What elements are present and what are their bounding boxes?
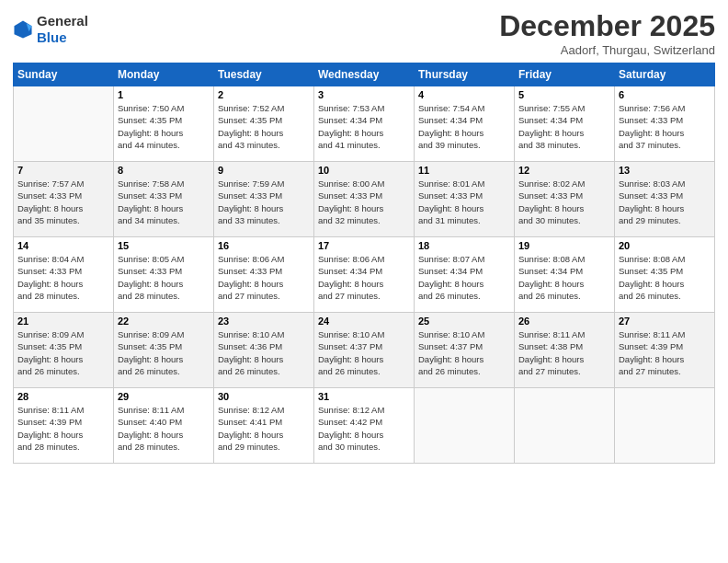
day-info: Sunrise: 8:07 AM Sunset: 4:34 PM Dayligh… bbox=[418, 253, 510, 302]
day-number: 4 bbox=[418, 89, 510, 100]
week-row-3: 14Sunrise: 8:04 AM Sunset: 4:33 PM Dayli… bbox=[14, 237, 715, 313]
day-number: 30 bbox=[218, 391, 310, 402]
day-cell: 9Sunrise: 7:59 AM Sunset: 4:33 PM Daylig… bbox=[214, 162, 314, 237]
day-cell: 22Sunrise: 8:09 AM Sunset: 4:35 PM Dayli… bbox=[114, 313, 214, 388]
day-cell: 1Sunrise: 7:50 AM Sunset: 4:35 PM Daylig… bbox=[114, 86, 214, 162]
day-cell: 26Sunrise: 8:11 AM Sunset: 4:38 PM Dayli… bbox=[515, 313, 615, 388]
weekday-header-saturday: Saturday bbox=[615, 63, 715, 86]
day-number: 9 bbox=[218, 165, 310, 176]
day-number: 5 bbox=[518, 89, 610, 100]
day-info: Sunrise: 8:03 AM Sunset: 4:33 PM Dayligh… bbox=[619, 178, 711, 226]
day-info: Sunrise: 8:06 AM Sunset: 4:34 PM Dayligh… bbox=[318, 253, 410, 302]
page-container: General Blue December 2025 Aadorf, Thurg… bbox=[0, 0, 728, 471]
logo-icon bbox=[13, 19, 33, 40]
day-cell: 13Sunrise: 8:03 AM Sunset: 4:33 PM Dayli… bbox=[615, 162, 715, 237]
day-info: Sunrise: 8:10 AM Sunset: 4:36 PM Dayligh… bbox=[218, 328, 310, 377]
day-number: 2 bbox=[218, 89, 310, 100]
day-cell: 27Sunrise: 8:11 AM Sunset: 4:39 PM Dayli… bbox=[615, 313, 715, 388]
day-info: Sunrise: 7:54 AM Sunset: 4:34 PM Dayligh… bbox=[418, 102, 510, 151]
logo-text-blue: Blue bbox=[37, 29, 88, 46]
day-number: 10 bbox=[318, 165, 410, 176]
day-cell bbox=[515, 388, 615, 464]
day-number: 23 bbox=[218, 316, 310, 327]
day-info: Sunrise: 8:06 AM Sunset: 4:33 PM Dayligh… bbox=[218, 253, 310, 302]
day-cell: 31Sunrise: 8:12 AM Sunset: 4:42 PM Dayli… bbox=[314, 388, 415, 464]
day-number: 22 bbox=[118, 316, 210, 327]
weekday-header-friday: Friday bbox=[515, 63, 615, 86]
calendar-header: SundayMondayTuesdayWednesdayThursdayFrid… bbox=[14, 63, 715, 86]
day-info: Sunrise: 8:09 AM Sunset: 4:35 PM Dayligh… bbox=[118, 328, 210, 377]
day-info: Sunrise: 8:11 AM Sunset: 4:39 PM Dayligh… bbox=[619, 328, 711, 377]
day-cell: 12Sunrise: 8:02 AM Sunset: 4:33 PM Dayli… bbox=[515, 162, 615, 237]
weekday-header-row: SundayMondayTuesdayWednesdayThursdayFrid… bbox=[14, 63, 715, 86]
day-info: Sunrise: 8:12 AM Sunset: 4:42 PM Dayligh… bbox=[318, 404, 410, 453]
weekday-header-tuesday: Tuesday bbox=[214, 63, 314, 86]
day-number: 18 bbox=[418, 240, 510, 251]
day-cell: 20Sunrise: 8:08 AM Sunset: 4:35 PM Dayli… bbox=[615, 237, 715, 313]
day-number: 15 bbox=[118, 240, 210, 251]
day-cell: 8Sunrise: 7:58 AM Sunset: 4:33 PM Daylig… bbox=[114, 162, 214, 237]
day-cell: 3Sunrise: 7:53 AM Sunset: 4:34 PM Daylig… bbox=[314, 86, 415, 162]
day-cell: 10Sunrise: 8:00 AM Sunset: 4:33 PM Dayli… bbox=[314, 162, 415, 237]
day-number: 25 bbox=[418, 316, 510, 327]
day-info: Sunrise: 8:05 AM Sunset: 4:33 PM Dayligh… bbox=[118, 253, 210, 302]
day-info: Sunrise: 7:52 AM Sunset: 4:35 PM Dayligh… bbox=[218, 102, 310, 151]
day-cell: 4Sunrise: 7:54 AM Sunset: 4:34 PM Daylig… bbox=[415, 86, 515, 162]
day-cell: 15Sunrise: 8:05 AM Sunset: 4:33 PM Dayli… bbox=[114, 237, 214, 313]
day-number: 11 bbox=[418, 165, 510, 176]
location-subtitle: Aadorf, Thurgau, Switzerland bbox=[499, 43, 715, 57]
day-info: Sunrise: 7:53 AM Sunset: 4:34 PM Dayligh… bbox=[318, 102, 410, 151]
day-number: 27 bbox=[619, 316, 711, 327]
day-number: 14 bbox=[17, 240, 109, 251]
day-cell: 17Sunrise: 8:06 AM Sunset: 4:34 PM Dayli… bbox=[314, 237, 415, 313]
day-cell bbox=[415, 388, 515, 464]
day-info: Sunrise: 8:11 AM Sunset: 4:39 PM Dayligh… bbox=[17, 404, 109, 453]
day-info: Sunrise: 8:00 AM Sunset: 4:33 PM Dayligh… bbox=[318, 178, 410, 226]
day-number: 8 bbox=[118, 165, 210, 176]
weekday-header-thursday: Thursday bbox=[415, 63, 515, 86]
logo-text-general: General bbox=[37, 13, 88, 29]
day-cell: 14Sunrise: 8:04 AM Sunset: 4:33 PM Dayli… bbox=[14, 237, 114, 313]
day-cell: 28Sunrise: 8:11 AM Sunset: 4:39 PM Dayli… bbox=[14, 388, 114, 464]
day-info: Sunrise: 8:10 AM Sunset: 4:37 PM Dayligh… bbox=[318, 328, 410, 377]
day-cell: 5Sunrise: 7:55 AM Sunset: 4:34 PM Daylig… bbox=[515, 86, 615, 162]
day-cell: 19Sunrise: 8:08 AM Sunset: 4:34 PM Dayli… bbox=[515, 237, 615, 313]
day-info: Sunrise: 8:09 AM Sunset: 4:35 PM Dayligh… bbox=[17, 328, 109, 377]
day-cell: 11Sunrise: 8:01 AM Sunset: 4:33 PM Dayli… bbox=[415, 162, 515, 237]
day-number: 1 bbox=[118, 89, 210, 100]
day-cell: 21Sunrise: 8:09 AM Sunset: 4:35 PM Dayli… bbox=[14, 313, 114, 388]
title-block: December 2025 Aadorf, Thurgau, Switzerla… bbox=[499, 9, 715, 57]
day-number: 28 bbox=[17, 391, 109, 402]
day-info: Sunrise: 7:57 AM Sunset: 4:33 PM Dayligh… bbox=[17, 178, 109, 226]
logo: General Blue bbox=[13, 13, 88, 46]
day-number: 19 bbox=[518, 240, 610, 251]
day-number: 6 bbox=[619, 89, 711, 100]
day-number: 17 bbox=[318, 240, 410, 251]
day-number: 24 bbox=[318, 316, 410, 327]
day-number: 26 bbox=[518, 316, 610, 327]
day-info: Sunrise: 8:12 AM Sunset: 4:41 PM Dayligh… bbox=[218, 404, 310, 453]
day-cell: 30Sunrise: 8:12 AM Sunset: 4:41 PM Dayli… bbox=[214, 388, 314, 464]
header: General Blue December 2025 Aadorf, Thurg… bbox=[13, 9, 715, 57]
day-number: 29 bbox=[118, 391, 210, 402]
day-cell: 29Sunrise: 8:11 AM Sunset: 4:40 PM Dayli… bbox=[114, 388, 214, 464]
weekday-header-sunday: Sunday bbox=[14, 63, 114, 86]
day-number: 20 bbox=[619, 240, 711, 251]
day-info: Sunrise: 8:08 AM Sunset: 4:35 PM Dayligh… bbox=[619, 253, 711, 302]
week-row-5: 28Sunrise: 8:11 AM Sunset: 4:39 PM Dayli… bbox=[14, 388, 715, 464]
day-cell: 2Sunrise: 7:52 AM Sunset: 4:35 PM Daylig… bbox=[214, 86, 314, 162]
day-number: 12 bbox=[518, 165, 610, 176]
day-cell: 16Sunrise: 8:06 AM Sunset: 4:33 PM Dayli… bbox=[214, 237, 314, 313]
day-info: Sunrise: 8:10 AM Sunset: 4:37 PM Dayligh… bbox=[418, 328, 510, 377]
day-info: Sunrise: 8:11 AM Sunset: 4:38 PM Dayligh… bbox=[518, 328, 610, 377]
day-info: Sunrise: 7:55 AM Sunset: 4:34 PM Dayligh… bbox=[518, 102, 610, 151]
weekday-header-wednesday: Wednesday bbox=[314, 63, 415, 86]
day-number: 31 bbox=[318, 391, 410, 402]
month-title: December 2025 bbox=[499, 9, 715, 43]
day-number: 21 bbox=[17, 316, 109, 327]
day-info: Sunrise: 7:59 AM Sunset: 4:33 PM Dayligh… bbox=[218, 178, 310, 226]
calendar-table: SundayMondayTuesdayWednesdayThursdayFrid… bbox=[13, 63, 715, 464]
day-number: 7 bbox=[17, 165, 109, 176]
day-info: Sunrise: 7:58 AM Sunset: 4:33 PM Dayligh… bbox=[118, 178, 210, 226]
week-row-1: 1Sunrise: 7:50 AM Sunset: 4:35 PM Daylig… bbox=[14, 86, 715, 162]
